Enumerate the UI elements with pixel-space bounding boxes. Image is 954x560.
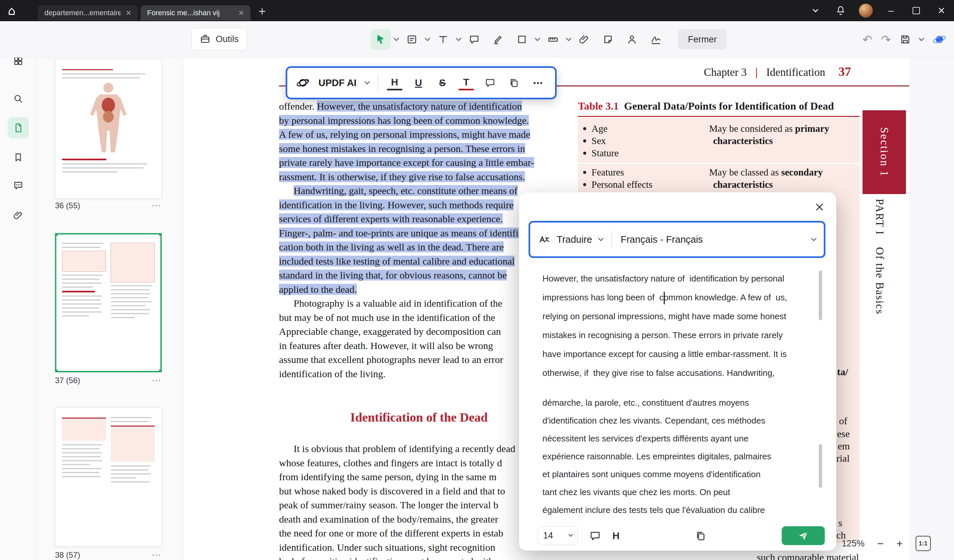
zoom-out-button[interactable]: − [877, 537, 884, 550]
chevron-down-icon[interactable] [919, 36, 924, 41]
sticker-icon [602, 34, 614, 45]
font-size-select[interactable]: 14 [538, 526, 578, 545]
source-line: However, the unsatisfactory nature of id… [542, 269, 814, 288]
home-button[interactable]: ⌂ [0, 0, 23, 21]
measure-tool-button[interactable] [543, 29, 563, 50]
save-button[interactable] [899, 29, 911, 50]
translated-text-area[interactable]: démarche, la parole, etc., constituent d… [542, 394, 814, 519]
strikethrough-button[interactable]: S [435, 75, 450, 90]
text-color-button[interactable]: T [458, 75, 474, 90]
anatomy-figure [84, 81, 133, 156]
close-tab-icon[interactable]: × [126, 8, 131, 17]
body-text: in features after death. However, it wil… [279, 340, 493, 351]
copy-button[interactable] [506, 75, 522, 90]
body-text-column: offender. However, the unsatisfactory na… [279, 100, 559, 381]
comment-tool-button[interactable] [464, 29, 485, 50]
thumbnail-page-36[interactable] [55, 59, 162, 198]
bullet-dot [583, 139, 586, 142]
close-mode-button[interactable]: Fermer [678, 29, 727, 50]
new-tab-button[interactable]: + [259, 4, 266, 19]
signature-icon [650, 34, 661, 45]
comment-button[interactable] [482, 75, 498, 90]
updf-ai-assistant-button[interactable] [932, 32, 947, 47]
chevron-down-icon[interactable] [364, 79, 370, 84]
account-button[interactable] [853, 0, 878, 21]
titlebar-dropdown-button[interactable] [803, 0, 828, 21]
bookmarks-button[interactable] [8, 147, 29, 168]
selection-toolbar: UPDF AI H U S T ⋯ [286, 66, 557, 100]
undo-button[interactable]: ↶ [862, 33, 873, 47]
tab-document-2-active[interactable]: Forensic me...ishan vij × [140, 5, 251, 20]
selected-text: some honest mistakes in recognising a pe… [279, 143, 525, 154]
mode-select[interactable]: Traduire [557, 234, 592, 245]
highlighter-tool-button[interactable] [488, 29, 508, 50]
search-button[interactable] [8, 88, 29, 109]
add-text-tool-button[interactable] [433, 29, 453, 50]
language-select[interactable]: Français - Français [620, 234, 703, 245]
paperclip-icon [13, 210, 23, 221]
section-heading: Identification of the Dead [279, 410, 559, 425]
tab-document-1[interactable]: departemen...ementaire* × [38, 5, 138, 20]
more-button[interactable]: ⋯ [530, 75, 546, 90]
chevron-down-icon[interactable] [425, 36, 430, 41]
chevron-down-icon[interactable] [598, 235, 603, 241]
chevron-down-icon[interactable] [811, 235, 817, 241]
source-text-area[interactable]: However, the unsatisfactory nature of id… [542, 269, 814, 383]
table-cell: Stature [591, 148, 619, 159]
maximize-button[interactable] [904, 0, 929, 21]
sticker-tool-button[interactable] [598, 29, 618, 50]
ai-planet-icon [932, 32, 947, 47]
translated-line: démarche, la parole, etc., constituent d… [542, 394, 814, 412]
minimize-button[interactable]: – [878, 0, 904, 21]
fit-page-button[interactable]: 1:1 [915, 536, 931, 551]
scrollbar-thumb[interactable] [819, 444, 822, 488]
attachment-tool-button[interactable] [574, 29, 594, 50]
section-tab[interactable]: Section 1 [862, 110, 906, 194]
selected-text: A few of us, relying on personal impress… [279, 129, 530, 140]
body-text: Photography is a valuable aid in identif… [294, 298, 502, 309]
zoom-in-button[interactable]: + [896, 537, 903, 550]
scrollbar-thumb[interactable] [819, 271, 822, 320]
send-button[interactable] [782, 526, 825, 545]
selected-text: cation both in the living as well as in … [279, 241, 504, 252]
body-text: body for positive identification must be… [279, 556, 500, 560]
chevron-down-icon[interactable] [394, 36, 399, 41]
shapes-tool-button[interactable] [511, 29, 532, 50]
highlight-result-button[interactable]: H [613, 528, 620, 543]
close-tab-icon[interactable]: × [238, 8, 244, 17]
thumbnails-panel-button-active[interactable] [8, 117, 29, 138]
tools-button[interactable]: Outils [192, 28, 247, 50]
quote-comment-button[interactable] [589, 530, 601, 542]
bullet-dot [583, 127, 586, 130]
zoom-level[interactable]: 125% [842, 538, 865, 549]
thumbnail-page-37-selected[interactable] [55, 233, 162, 372]
signature-tool-button[interactable] [645, 29, 666, 50]
thumbnail-menu-button[interactable]: ⋯ [152, 549, 162, 560]
highlight-button[interactable]: H [387, 75, 402, 90]
updf-ai-button[interactable]: UPDF AI [318, 78, 357, 89]
close-window-button[interactable]: × [929, 0, 954, 21]
sign-tool-button[interactable] [622, 29, 642, 50]
redo-button[interactable]: ↷ [881, 33, 891, 47]
copy-result-button[interactable] [695, 530, 706, 542]
select-tool-button[interactable] [371, 29, 391, 50]
thumbnail-menu-button[interactable]: ⋯ [152, 375, 162, 386]
text-fragment: s [839, 517, 842, 529]
edit-text-tool-button[interactable] [402, 29, 422, 50]
chevron-down-icon[interactable] [535, 36, 541, 41]
attachments-button[interactable] [8, 205, 29, 226]
translated-line: nécessitent les services d'experts diffé… [542, 429, 814, 447]
close-popup-button[interactable]: × [814, 201, 825, 213]
bullet-dot [583, 152, 586, 155]
thumbnail-page-preview [62, 414, 155, 485]
comments-button[interactable] [8, 175, 29, 196]
chevron-down-icon[interactable] [566, 36, 572, 41]
notifications-button[interactable] [828, 0, 853, 21]
selection-handle [55, 233, 58, 236]
chevron-down-icon[interactable] [456, 36, 461, 41]
underline-button[interactable]: U [411, 75, 426, 90]
pen-settings-button[interactable] [8, 555, 29, 560]
thumbnail-menu-button[interactable]: ⋯ [152, 200, 162, 211]
selected-text: However, the unsatisfactory nature of id… [317, 101, 522, 112]
thumbnail-page-38[interactable] [55, 408, 162, 546]
